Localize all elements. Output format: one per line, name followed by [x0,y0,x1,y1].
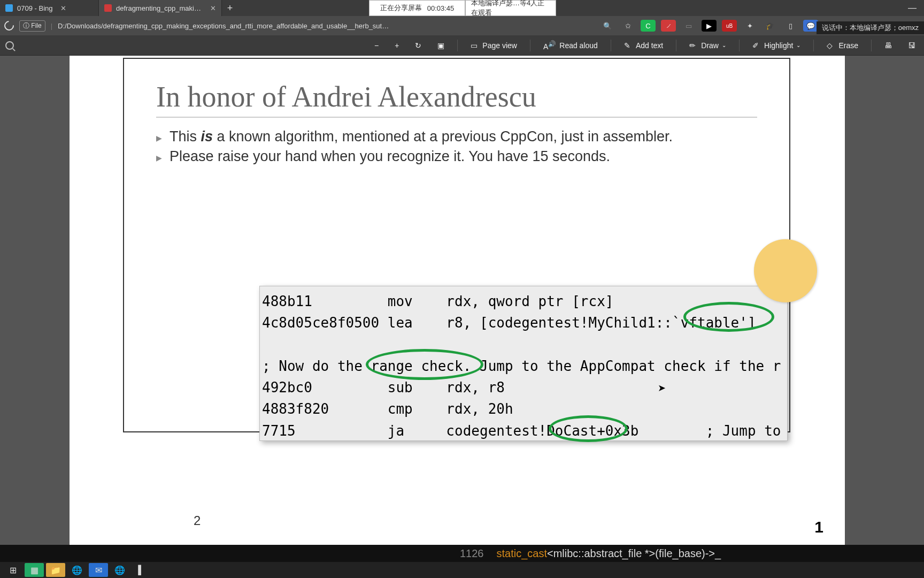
taskbar-mail[interactable]: ✉ [89,563,108,577]
taskview-icon[interactable]: ⊞ [3,563,22,577]
speaking-indicator: 说话中：本地编译卢瑟；oemxz [817,21,924,34]
address-bar: ⓘ File | D:/Downloads/defragmenting_cpp_… [0,16,924,35]
favorite-icon[interactable]: ✩ [620,20,635,32]
taskbar-edge-dev[interactable]: 🌐 [110,563,129,577]
highlight-button[interactable]: ✐Highlight⌄ [749,39,804,52]
ext-red-icon[interactable]: ⟋ [661,20,676,32]
viewers-indicator: 本地编译卢瑟…等4人正在观看 [465,0,556,16]
taskbar-explorer[interactable]: 📁 [46,563,65,577]
add-text-button[interactable]: ✎Add text [621,39,666,52]
page-view-button[interactable]: ▭Page view [467,39,520,52]
pdf-page: In honor of Andrei Alexandrescu This is … [70,56,845,545]
taskbar-app-1[interactable]: ▦ [25,563,44,577]
ext-grey-icon[interactable]: ▭ [681,20,696,32]
read-aloud-button[interactable]: A🔊Read aloud [540,38,601,53]
slide-title: In honor of Andrei Alexandrescu [156,80,757,118]
mouse-cursor-icon: ➤ [658,382,666,394]
code-keyword: static_cast [497,547,547,560]
editor-strip: 1126 static_cast <mlibc::abstract_file *… [0,545,924,562]
rotate-button[interactable]: ↻ [412,39,425,52]
pdf-toolbar: − + ↻ ▣ ▭Page view A🔊Read aloud ✎Add tex… [0,35,924,56]
overlay-page-number: 1 [814,518,823,536]
line-number: 1126 [0,547,497,560]
windows-taskbar: ⊞ ▦ 📁 🌐 ✉ 🌐 ▌ [0,562,924,578]
oval-range-check [366,349,483,380]
zoom-icon[interactable]: 🔍 [600,20,615,32]
refresh-icon[interactable] [2,19,16,32]
draw-button[interactable]: ✏Draw⌄ [686,39,729,52]
zoom-in-button[interactable]: + [391,39,402,52]
url-text[interactable]: D:/Downloads/defragmenting_cpp_making_ex… [58,22,389,30]
yellow-circle-annotation [754,239,817,302]
bullet-1: This is a known algorithm, mentioned at … [156,128,757,145]
taskbar-terminal[interactable]: ▌ [132,563,151,577]
save-button[interactable]: 🖫 [905,39,919,52]
code-text: <mlibc::abstract_file *>(file_base)->_ [547,547,721,560]
search-icon[interactable] [5,41,14,50]
print-button[interactable]: 🖶 [881,39,895,52]
pdf-page-number: 2 [194,513,201,528]
erase-button[interactable]: ◇Erase [823,39,861,52]
oval-docast [549,415,628,442]
ext-play-icon[interactable]: ▶ [702,20,717,32]
taskbar-edge[interactable]: 🌐 [67,563,87,577]
ext-battery-icon[interactable]: ▯ [783,20,798,32]
screen-share-indicator: 正在分享屏幕00:03:45 [369,0,465,16]
ext-ublock-icon[interactable]: uB [722,20,737,32]
ext-green-icon[interactable]: C [641,20,656,32]
bullet-2: Please raise your hand when you recogniz… [156,148,757,165]
ext-wand-icon[interactable]: ✦ [742,20,757,32]
zoom-out-button[interactable]: − [371,39,382,52]
fit-button[interactable]: ▣ [434,39,448,52]
ext-grad-icon[interactable]: 🎓 [763,20,777,32]
oval-vftable [683,302,774,332]
scheme-badge: ⓘ File [19,20,45,32]
pdf-viewport[interactable]: In honor of Andrei Alexandrescu This is … [0,56,924,545]
